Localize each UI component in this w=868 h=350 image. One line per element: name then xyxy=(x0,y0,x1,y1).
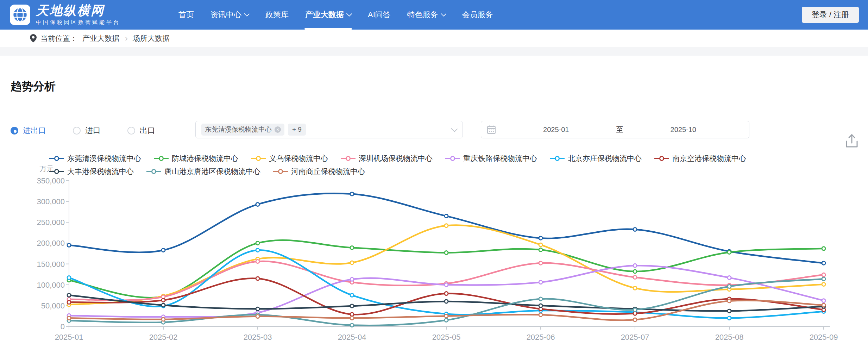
data-point-marker[interactable] xyxy=(539,248,542,251)
data-point-marker[interactable] xyxy=(539,281,542,284)
data-point-marker[interactable] xyxy=(350,261,354,264)
data-point-marker[interactable] xyxy=(728,309,731,313)
data-point-marker[interactable] xyxy=(162,249,165,252)
site-header: 天地纵横网 中国保税园区数智赋能平台 首页资讯中心政策库产业大数据AI问答特色服… xyxy=(0,0,868,30)
nav-item-member-services[interactable]: 会员服务 xyxy=(462,0,493,30)
data-point-marker[interactable] xyxy=(445,314,448,318)
data-point-marker[interactable] xyxy=(256,277,259,280)
legend-item[interactable]: 深圳机场保税物流中心 xyxy=(340,154,433,163)
data-point-marker[interactable] xyxy=(445,283,448,287)
nav-item-news-center[interactable]: 资讯中心 xyxy=(210,0,249,30)
nav-item-ai-qa[interactable]: AI问答 xyxy=(368,0,391,30)
data-point-marker[interactable] xyxy=(822,283,825,286)
data-point-marker[interactable] xyxy=(256,315,259,318)
nav-item-featured-services[interactable]: 特色服务 xyxy=(407,0,446,30)
legend-item[interactable]: 大丰港保税物流中心 xyxy=(49,167,134,176)
data-point-marker[interactable] xyxy=(256,249,259,252)
data-point-marker[interactable] xyxy=(633,227,637,231)
data-point-marker[interactable] xyxy=(822,247,825,250)
site-logo[interactable]: 天地纵横网 中国保税园区数智赋能平台 xyxy=(10,4,120,26)
data-point-marker[interactable] xyxy=(350,324,354,327)
data-point-marker[interactable] xyxy=(539,236,542,240)
radio-export[interactable]: 出口 xyxy=(127,125,155,136)
data-point-marker[interactable] xyxy=(350,304,354,308)
data-point-marker[interactable] xyxy=(350,192,354,196)
data-point-marker[interactable] xyxy=(822,299,825,302)
data-point-marker[interactable] xyxy=(633,270,637,273)
legend-item[interactable]: 河南商丘保税物流中心 xyxy=(272,167,365,176)
data-point-marker[interactable] xyxy=(350,313,354,316)
data-point-marker[interactable] xyxy=(822,304,825,307)
data-point-marker[interactable] xyxy=(350,293,354,297)
data-point-marker[interactable] xyxy=(445,292,448,295)
nav-item-home[interactable]: 首页 xyxy=(178,0,194,30)
radio-import-export[interactable]: 进出口 xyxy=(11,125,46,136)
data-point-marker[interactable] xyxy=(256,202,259,206)
data-point-marker[interactable] xyxy=(728,316,731,320)
data-point-marker[interactable] xyxy=(633,318,637,321)
breadcrumb-item-venue-data[interactable]: 场所大数据 xyxy=(133,33,170,43)
data-point-marker[interactable] xyxy=(162,318,165,321)
data-point-marker[interactable] xyxy=(633,264,637,267)
x-axis-tick-label: 2025-06 xyxy=(527,333,555,342)
radio-import[interactable]: 进口 xyxy=(73,125,101,136)
data-point-marker[interactable] xyxy=(822,273,825,276)
login-register-button[interactable]: 登录 / 注册 xyxy=(802,7,859,23)
data-point-marker[interactable] xyxy=(539,313,542,317)
export-icon xyxy=(844,132,860,150)
data-point-marker[interactable] xyxy=(728,285,731,288)
data-point-marker[interactable] xyxy=(445,300,448,303)
legend-item[interactable]: 防城港保税物流中心 xyxy=(153,154,238,163)
data-point-marker[interactable] xyxy=(350,316,354,320)
data-point-marker[interactable] xyxy=(728,276,731,280)
date-start-value[interactable]: 2025-01 xyxy=(496,126,616,134)
nav-item-policy-library[interactable]: 政策库 xyxy=(265,0,289,30)
data-point-marker[interactable] xyxy=(67,316,71,320)
data-point-marker[interactable] xyxy=(350,246,354,249)
legend-item[interactable]: 唐山港京唐港区保税物流中心 xyxy=(146,167,260,176)
remove-tag-icon[interactable] xyxy=(275,126,281,133)
breadcrumb-item-industry-data[interactable]: 产业大数据 xyxy=(82,33,119,43)
data-point-marker[interactable] xyxy=(445,318,448,322)
legend-item[interactable]: 重庆铁路保税物流中心 xyxy=(445,154,537,163)
data-point-marker[interactable] xyxy=(256,307,259,311)
chevron-down-icon xyxy=(244,11,250,16)
center-multiselect[interactable]: 东莞清溪保税物流中心 + 9 xyxy=(195,121,463,138)
data-point-marker[interactable] xyxy=(445,214,448,218)
data-point-marker[interactable] xyxy=(539,261,542,265)
data-point-marker[interactable] xyxy=(67,243,71,247)
data-point-marker[interactable] xyxy=(67,276,71,280)
legend-item[interactable]: 南京空港保税物流中心 xyxy=(654,154,746,163)
data-point-marker[interactable] xyxy=(67,293,71,297)
data-point-marker[interactable] xyxy=(445,251,448,255)
data-point-marker[interactable] xyxy=(728,299,731,303)
data-point-marker[interactable] xyxy=(633,312,637,315)
data-point-marker[interactable] xyxy=(822,277,825,281)
date-end-value[interactable]: 2025-10 xyxy=(623,126,744,134)
data-point-marker[interactable] xyxy=(539,297,542,301)
chevron-down-icon xyxy=(441,11,446,16)
export-button[interactable] xyxy=(843,132,860,150)
date-range-picker[interactable]: 2025-01 至 2025-10 xyxy=(481,121,749,138)
data-point-marker[interactable] xyxy=(633,308,637,312)
data-point-marker[interactable] xyxy=(728,251,731,254)
data-point-marker[interactable] xyxy=(256,241,259,245)
data-point-marker[interactable] xyxy=(633,275,637,279)
data-point-marker[interactable] xyxy=(162,299,165,302)
data-point-marker[interactable] xyxy=(350,277,354,281)
date-range-to-label: 至 xyxy=(616,125,623,135)
trend-chart-svg[interactable]: 050,000100,000150,000200,000250,000300,0… xyxy=(0,173,868,350)
data-point-marker[interactable] xyxy=(67,300,71,304)
data-point-marker[interactable] xyxy=(822,261,825,265)
legend-item[interactable]: 东莞清溪保税物流中心 xyxy=(49,154,141,163)
data-point-marker[interactable] xyxy=(256,260,259,263)
legend-item[interactable]: 义乌保税物流中心 xyxy=(250,154,328,163)
data-point-marker[interactable] xyxy=(539,243,542,246)
nav-item-industry-big-data[interactable]: 产业大数据 xyxy=(305,0,351,30)
data-point-marker[interactable] xyxy=(445,224,448,227)
legend-item[interactable]: 北京亦庄保税物流中心 xyxy=(549,154,642,163)
data-point-marker[interactable] xyxy=(633,286,637,290)
data-point-marker[interactable] xyxy=(539,304,542,307)
data-point-marker[interactable] xyxy=(162,304,165,307)
trend-chart: 050,000100,000150,000200,000250,000300,0… xyxy=(0,173,868,350)
